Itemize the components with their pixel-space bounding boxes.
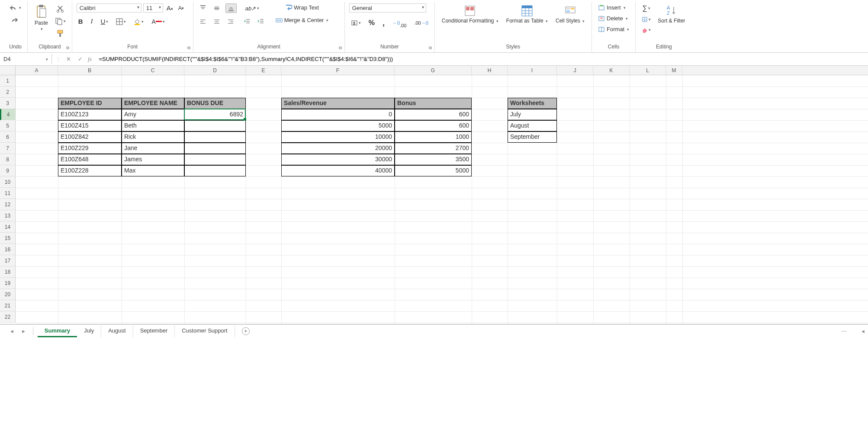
sheet-tab-customer-support[interactable]: Customer Support [175,325,235,337]
sheet-tab-july[interactable]: July [77,325,101,337]
row-header-17[interactable]: 17 [0,255,15,266]
cell-F9[interactable]: 40000 [281,165,395,176]
row-header-21[interactable]: 21 [0,300,15,311]
align-center-button[interactable] [212,17,222,26]
cell-F7[interactable]: 20000 [281,143,395,154]
cell-D7[interactable] [184,143,246,154]
align-right-button[interactable] [225,17,236,26]
cell-C5[interactable]: Beth [122,120,184,131]
row-header-14[interactable]: 14 [0,221,15,233]
cell-B6[interactable]: E100Z842 [58,131,122,143]
cell-F3[interactable]: Sales/Revenue [281,98,395,109]
row-header-19[interactable]: 19 [0,278,15,289]
cell-B4[interactable]: E100Z123 [58,109,122,120]
column-header-C[interactable]: C [122,66,184,75]
decrease-font-button[interactable]: A▾ [177,4,186,12]
sheet-tab-august[interactable]: August [101,325,133,337]
orientation-button[interactable]: ab↗▾ [244,4,261,13]
name-box[interactable]: D4▾ [0,54,52,64]
number-format-select[interactable]: General [349,3,426,13]
cell-C9[interactable]: Max [122,165,184,176]
spreadsheet-grid[interactable]: ABCDEFGHIJKLM 12345678910111213141516171… [0,66,868,324]
column-header-I[interactable]: I [508,66,557,75]
row-header-11[interactable]: 11 [0,188,15,199]
column-header-M[interactable]: M [666,66,682,75]
clipboard-dialog-launcher[interactable]: ⧉ [65,45,71,51]
format-as-table-button[interactable]: Format as Table ▾ [504,3,550,25]
accounting-format-button[interactable]: $▾ [349,19,363,27]
cell-F5[interactable]: 5000 [281,120,395,131]
column-header-D[interactable]: D [184,66,246,75]
align-top-button[interactable] [198,4,208,13]
redo-button[interactable] [8,16,20,24]
sheet-tab-september[interactable]: September [133,325,175,337]
cell-D5[interactable] [184,120,246,131]
percent-button[interactable]: % [367,18,376,28]
clear-button[interactable]: ▾ [640,26,653,34]
cell-F6[interactable]: 10000 [281,131,395,143]
bold-button[interactable]: B [77,17,85,26]
cell-I5[interactable]: August [508,120,557,131]
italic-button[interactable]: I [89,17,95,26]
cell-D6[interactable] [184,131,246,143]
cell-D9[interactable] [184,165,246,176]
fx-icon[interactable]: fx [88,56,92,63]
column-header-H[interactable]: H [472,66,508,75]
cell-G6[interactable]: 1000 [395,131,472,143]
cell-I3[interactable]: Worksheets [508,98,557,109]
insert-cells-button[interactable]: Insert▾ [596,3,627,12]
cell-C3[interactable]: EMPLOYEE NAME [122,98,184,109]
formula-input[interactable] [95,54,868,64]
border-button[interactable]: ▾ [114,17,128,26]
cell-D4[interactable]: 6892 [184,109,246,120]
cell-styles-button[interactable]: Cell Styles ▾ [553,3,587,25]
number-dialog-launcher[interactable]: ⧉ [428,45,434,51]
row-header-16[interactable]: 16 [0,244,15,255]
align-left-button[interactable] [198,17,208,26]
row-header-15[interactable]: 15 [0,233,15,244]
enter-formula-button[interactable]: ✓ [76,55,84,63]
fill-color-button[interactable]: ▾ [132,17,145,26]
cell-D8[interactable] [184,154,246,165]
column-header-E[interactable]: E [246,66,281,75]
increase-decimal-button[interactable]: ←0.00 [391,17,408,29]
wrap-text-button[interactable]: Wrap Text [274,3,331,12]
sheet-nav-next[interactable]: ► [19,329,29,334]
cell-G3[interactable]: Bonus [395,98,472,109]
cell-B9[interactable]: E100Z228 [58,165,122,176]
sort-filter-button[interactable]: AZ Sort & Filter [655,3,688,25]
cell-I4[interactable]: July [508,109,557,120]
alignment-dialog-launcher[interactable]: ⧉ [338,45,344,51]
tab-scroll-dots[interactable]: ⋯ [841,328,856,334]
add-sheet-button[interactable]: + [242,327,250,335]
cell-G8[interactable]: 3500 [395,154,472,165]
cancel-formula-button[interactable]: ✕ [64,55,73,63]
font-dialog-launcher[interactable]: ⧉ [186,45,192,51]
comma-button[interactable]: , [381,18,386,29]
cell-C4[interactable]: Amy [122,109,184,120]
delete-cells-button[interactable]: Delete▾ [596,14,630,22]
autosum-button[interactable]: ∑▾ [640,3,653,13]
increase-font-button[interactable]: A▴ [165,3,175,13]
cell-F4[interactable]: 0 [281,109,395,120]
cut-button[interactable] [53,4,68,14]
row-header-7[interactable]: 7 [0,143,15,154]
cell-G9[interactable]: 5000 [395,165,472,176]
decrease-indent-button[interactable] [242,17,252,26]
row-header-4[interactable]: 4 [0,109,15,120]
cell-B3[interactable]: EMPLOYEE ID [58,98,122,109]
sheet-nav-prev[interactable]: ◄ [7,329,17,334]
column-header-F[interactable]: F [281,66,395,75]
cell-B7[interactable]: E100Z229 [58,143,122,154]
align-bottom-button[interactable] [225,3,237,13]
align-middle-button[interactable] [212,4,222,13]
increase-indent-button[interactable] [256,17,266,26]
cell-D3[interactable]: BONUS DUE [184,98,246,109]
row-header-1[interactable]: 1 [0,75,15,86]
column-header-B[interactable]: B [58,66,122,75]
row-header-9[interactable]: 9 [0,165,15,176]
cell-C7[interactable]: Jane [122,143,184,154]
undo-button[interactable]: ▾ [8,3,23,12]
row-header-12[interactable]: 12 [0,199,15,210]
format-cells-button[interactable]: Format▾ [596,25,631,33]
